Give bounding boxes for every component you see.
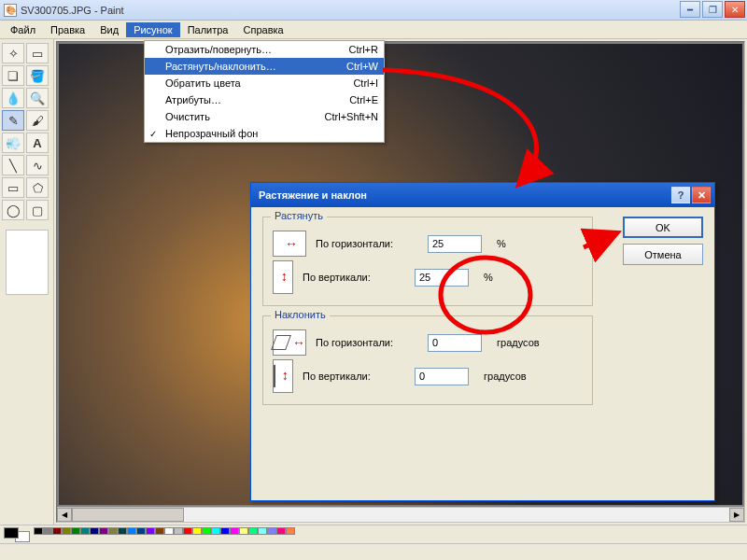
stretch-v-icon: ↔ (273, 260, 293, 294)
dialog-close-button[interactable]: ✕ (692, 187, 711, 203)
tool-roundrect[interactable]: ▢ (26, 200, 49, 220)
menu-palette[interactable]: Палитра (180, 22, 236, 37)
dialog-title: Растяжение и наклон (259, 189, 669, 201)
skew-v-unit: градусов (484, 371, 527, 382)
dialog-help-button[interactable]: ? (671, 187, 690, 203)
tool-options (6, 230, 49, 295)
color-swatch[interactable] (71, 527, 80, 535)
color-swatch[interactable] (230, 527, 239, 535)
menu-item-stretch-skew[interactable]: Растянуть/наклонить… Ctrl+W (145, 58, 384, 75)
fg-color[interactable] (4, 527, 19, 539)
menu-item-attributes[interactable]: Атрибуты… Ctrl+E (145, 91, 384, 108)
stretch-legend: Растянуть (271, 210, 327, 221)
stretch-v-input[interactable] (415, 269, 469, 287)
scroll-track[interactable] (72, 508, 729, 522)
status-bar (0, 543, 747, 560)
color-swatch[interactable] (276, 527, 286, 535)
app-icon: 🎨 (4, 4, 17, 17)
menu-file[interactable]: Файл (3, 22, 43, 37)
toolbox: ✧ ▭ ❏ 🪣 💧 🔍 ✎ 🖌 💨 A ╲ ∿ ▭ ⬠ ◯ ▢ (0, 39, 54, 525)
color-swatch[interactable] (164, 527, 174, 535)
image-menu-dropdown: Отразить/повернуть… Ctrl+R Растянуть/нак… (144, 40, 385, 143)
title-bar: 🎨 SV300705.JPG - Paint ━ ❐ ✕ (0, 0, 747, 21)
tool-line[interactable]: ╲ (2, 155, 24, 175)
tool-freeform-select[interactable]: ✧ (2, 43, 24, 63)
stretch-skew-dialog: Растяжение и наклон ? ✕ Растянуть ↔ По г… (250, 182, 715, 501)
color-swatch[interactable] (127, 527, 136, 535)
color-swatch[interactable] (239, 527, 248, 535)
dialog-title-bar[interactable]: Растяжение и наклон ? ✕ (251, 183, 714, 207)
menu-bar: Файл Правка Вид Рисунок Палитра Справка (0, 21, 747, 39)
tool-polygon[interactable]: ⬠ (26, 177, 49, 198)
current-colors[interactable] (4, 527, 30, 542)
tool-picker[interactable]: 💧 (2, 88, 24, 108)
color-swatch[interactable] (192, 527, 202, 535)
menu-item-clear[interactable]: Очистить Ctrl+Shft+N (145, 108, 384, 125)
color-swatch[interactable] (90, 527, 99, 535)
check-icon: ✓ (149, 129, 157, 139)
tool-rect-select[interactable]: ▭ (26, 43, 49, 63)
stretch-h-unit: % (497, 238, 506, 249)
color-swatch[interactable] (80, 527, 90, 535)
menu-help[interactable]: Справка (236, 22, 291, 37)
menu-item-opaque-bg[interactable]: ✓ Непрозрачный фон (145, 125, 384, 142)
horizontal-scrollbar[interactable]: ◀ ▶ (57, 507, 744, 522)
color-swatch[interactable] (183, 527, 192, 535)
color-swatch[interactable] (267, 527, 276, 535)
stretch-h-input[interactable] (428, 235, 482, 253)
skew-v-icon: ↔ (273, 359, 293, 393)
minimize-button[interactable]: ━ (680, 1, 700, 18)
menu-item-invert-colors[interactable]: Обратить цвета Ctrl+I (145, 75, 384, 91)
color-swatch[interactable] (286, 527, 295, 535)
scroll-left-button[interactable]: ◀ (57, 508, 72, 522)
skew-h-icon: ↔ (273, 329, 306, 356)
color-swatch[interactable] (248, 527, 258, 535)
menu-edit[interactable]: Правка (43, 22, 92, 37)
tool-rect[interactable]: ▭ (2, 177, 24, 198)
tool-airbrush[interactable]: 💨 (2, 133, 24, 153)
tool-zoom[interactable]: 🔍 (26, 88, 49, 108)
tool-fill[interactable]: 🪣 (26, 65, 49, 86)
window-title: SV300705.JPG - Paint (21, 5, 124, 16)
stretch-group: Растянуть ↔ По горизонтали: % ↔ По верти… (262, 217, 593, 306)
skew-h-input[interactable] (428, 334, 482, 352)
color-swatch[interactable] (146, 527, 155, 535)
stretch-v-unit: % (484, 272, 493, 283)
skew-h-label: По горизонтали: (316, 337, 418, 348)
tool-text[interactable]: A (26, 133, 49, 153)
scroll-thumb[interactable] (72, 508, 184, 522)
tool-brush[interactable]: 🖌 (26, 110, 49, 131)
menu-image[interactable]: Рисунок (126, 22, 180, 37)
close-button[interactable]: ✕ (725, 1, 745, 18)
skew-v-input[interactable] (415, 368, 469, 385)
skew-legend: Наклонить (271, 309, 330, 320)
cancel-button[interactable]: Отмена (623, 244, 703, 265)
color-swatch[interactable] (118, 527, 127, 535)
maximize-button[interactable]: ❐ (702, 1, 723, 18)
tool-eraser[interactable]: ❏ (2, 65, 24, 86)
color-swatch[interactable] (62, 527, 71, 535)
color-swatch[interactable] (99, 527, 108, 535)
color-swatch[interactable] (258, 527, 267, 535)
color-swatch[interactable] (34, 527, 43, 535)
color-swatch[interactable] (52, 527, 62, 535)
color-swatch[interactable] (136, 527, 146, 535)
skew-group: Наклонить ↔ По горизонтали: градусов ↔ П… (262, 315, 593, 405)
tool-curve[interactable]: ∿ (26, 155, 49, 175)
color-swatch[interactable] (220, 527, 230, 535)
tool-pencil[interactable]: ✎ (2, 110, 24, 131)
skew-h-unit: градусов (497, 337, 540, 348)
ok-button[interactable]: OK (623, 217, 703, 238)
color-swatch[interactable] (108, 527, 118, 535)
color-swatch[interactable] (211, 527, 220, 535)
color-swatch[interactable] (43, 527, 52, 535)
scroll-right-button[interactable]: ▶ (729, 508, 744, 522)
color-swatch[interactable] (202, 527, 211, 535)
stretch-v-label: По вертикали: (303, 272, 405, 283)
palette (34, 527, 295, 542)
menu-item-flip-rotate[interactable]: Отразить/повернуть… Ctrl+R (145, 41, 384, 58)
tool-ellipse[interactable]: ◯ (2, 200, 24, 220)
color-swatch[interactable] (174, 527, 183, 535)
color-swatch[interactable] (155, 527, 164, 535)
menu-view[interactable]: Вид (92, 22, 126, 37)
